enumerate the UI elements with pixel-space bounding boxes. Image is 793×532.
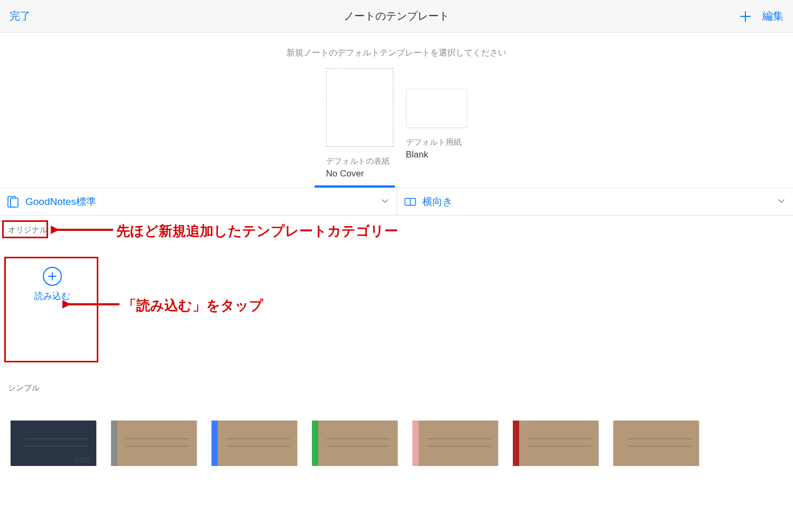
templates-icon <box>7 196 19 208</box>
cover-green[interactable] <box>312 421 398 466</box>
covers-row <box>0 393 793 466</box>
annotation-box-category <box>2 220 48 238</box>
cover-plain[interactable] <box>613 421 699 466</box>
done-button[interactable]: 完了 <box>10 9 31 23</box>
annotation-text-import: 「読み込む」をタップ <box>123 296 263 315</box>
add-icon[interactable] <box>739 10 752 23</box>
default-paper-name: Blank <box>406 150 429 160</box>
no-cover-thumbnail <box>326 68 393 147</box>
group-selector[interactable]: GoodNotes標準 <box>0 188 396 215</box>
category-label-simple: シンプル <box>0 374 793 393</box>
blank-thumbnail <box>406 89 467 128</box>
group-selector-label: GoodNotes標準 <box>25 195 96 209</box>
cover-dark[interactable] <box>11 421 96 466</box>
orientation-selector[interactable]: 横向き <box>396 188 794 215</box>
edit-button[interactable]: 編集 <box>762 9 783 23</box>
default-paper-caption: デフォルト用紙 <box>406 137 462 147</box>
chevron-down-icon <box>777 196 786 208</box>
default-paper-column[interactable]: デフォルト用紙 Blank <box>406 68 467 160</box>
selector-row: GoodNotes標準 横向き <box>0 188 793 216</box>
cover-pink[interactable] <box>412 421 498 466</box>
instruction-text: 新規ノートのデフォルトテンプレートを選択してください <box>0 33 793 59</box>
orientation-icon <box>404 196 416 208</box>
cover-blue[interactable] <box>211 421 297 466</box>
cover-red[interactable] <box>513 421 598 466</box>
svg-rect-1 <box>11 198 18 207</box>
orientation-selector-label: 横向き <box>422 195 453 209</box>
default-templates-row: デフォルトの表紙 No Cover デフォルト用紙 Blank <box>0 68 793 179</box>
annotation-text-category: 先ほど新規追加したテンプレートカテゴリー <box>116 222 398 240</box>
selected-tab-indicator <box>315 185 395 188</box>
header-bar: 完了 ノートのテンプレート 編集 <box>0 0 793 33</box>
annotation-arrow-import <box>62 298 121 311</box>
default-cover-caption: デフォルトの表紙 <box>326 156 390 166</box>
page-title: ノートのテンプレート <box>344 9 449 23</box>
default-cover-column[interactable]: デフォルトの表紙 No Cover <box>326 68 393 179</box>
chevron-down-icon <box>381 196 389 208</box>
cover-grey[interactable] <box>111 421 197 466</box>
default-cover-name: No Cover <box>326 169 364 179</box>
annotation-arrow-category <box>51 223 114 236</box>
